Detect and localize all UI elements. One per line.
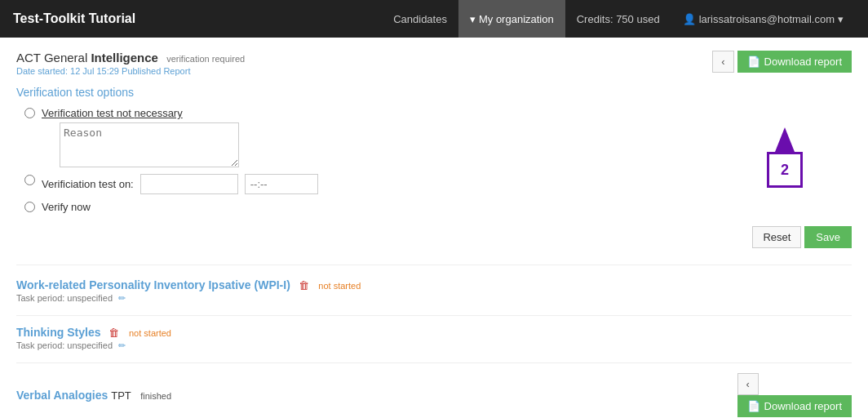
main-content: ACT General Intelligence verification re… <box>0 38 868 418</box>
download-report-button-bottom[interactable]: 📄 Download report <box>737 395 852 417</box>
radio-item-not-necessary: Verification test not necessary <box>24 107 852 167</box>
nav-user[interactable]: 👤 larissatroisans@hotmail.com ▾ <box>671 13 855 25</box>
download-report-button[interactable]: 📄 Download report <box>737 51 852 73</box>
test-subtitle-thinking: Task period: unspecified ✏ <box>16 340 852 351</box>
radio-label-test-on: Verificiation test on: <box>42 178 134 190</box>
test-name-thinking: Thinking Styles <box>16 326 104 339</box>
reset-button[interactable]: Reset <box>752 226 801 248</box>
annotation-box: 2 <box>767 152 803 188</box>
navbar-links: Candidates ▾ My organization Credits: 75… <box>382 0 855 38</box>
test-name-verbal: Verbal Analogies <box>16 389 111 402</box>
nav-my-organization[interactable]: ▾ My organization <box>458 0 565 38</box>
radio-label-not-necessary: Verification test not necessary <box>42 107 183 119</box>
radio-label-verify-now: Verify now <box>42 201 91 213</box>
verification-time-input[interactable] <box>245 174 318 194</box>
status-badge-verbal: finished <box>140 391 171 401</box>
section-title: ACT General Intelligence verification re… <box>16 51 245 64</box>
radio-item-verify-now: Verify now <box>24 201 852 213</box>
edit-icon-thinking[interactable]: ✏ <box>118 340 126 350</box>
trash-icon-wpi[interactable]: 🗑 <box>299 279 309 291</box>
test-item-thinking: Thinking Styles 🗑 not started Task perio… <box>16 315 852 351</box>
navbar: Test-Toolkit Tutorial Candidates ▾ My or… <box>0 0 868 38</box>
verification-date-input[interactable] <box>140 174 238 194</box>
test-item-header-3: Verbal Analogies TPT finished ‹ 📄 Downlo… <box>16 373 852 417</box>
divider <box>16 265 852 265</box>
radio-item-test-on: Verificiation test on: <box>24 174 852 194</box>
download-icon-bottom: 📄 <box>747 400 760 412</box>
test-item-wpi: Work-related Personality Inventory Ipsat… <box>16 269 852 304</box>
test-item-header-2: Thinking Styles 🗑 not started <box>16 326 852 339</box>
test-item-header: Work-related Personality Inventory Ipsat… <box>16 278 852 291</box>
verification-title: Verification test options <box>16 86 852 99</box>
reason-textarea[interactable] <box>60 122 239 167</box>
title-bold: Intelligence <box>91 51 158 64</box>
nav-credits: Credits: 750 used <box>565 13 671 25</box>
title-prefix: ACT General <box>16 51 87 64</box>
section-header: ACT General Intelligence verification re… <box>16 51 852 76</box>
back-button[interactable]: ‹ <box>712 51 733 73</box>
edit-icon-wpi[interactable]: ✏ <box>118 293 126 303</box>
verification-badge: verification required <box>166 54 245 64</box>
section-subtitle: Date started: 12 Jul 15:29 Published Rep… <box>16 66 245 76</box>
test-subtitle-wpi: Task period: unspecified ✏ <box>16 293 852 304</box>
save-button[interactable]: Save <box>804 226 852 248</box>
section-info: ACT General Intelligence verification re… <box>16 51 245 76</box>
radio-group: Verification test not necessary Verifici… <box>24 107 852 213</box>
test-name-suffix-verbal: TPT <box>111 389 131 402</box>
test-name-wpi: Work-related Personality Inventory Ipsat… <box>16 278 294 291</box>
test-item-verbal: Verbal Analogies TPT finished ‹ 📄 Downlo… <box>16 362 852 418</box>
status-badge-thinking: not started <box>129 328 171 338</box>
verification-section: Verification test options Verification t… <box>16 86 852 213</box>
brand: Test-Toolkit Tutorial <box>13 11 382 26</box>
annotation-container: 2 <box>767 127 803 188</box>
back-button-bottom[interactable]: ‹ <box>737 373 759 395</box>
status-badge-wpi: not started <box>318 281 361 291</box>
radio-test-on[interactable] <box>24 175 35 185</box>
arrow-up-icon <box>775 127 795 152</box>
download-icon: 📄 <box>747 56 760 68</box>
action-buttons: Reset Save <box>16 226 852 248</box>
trash-icon-thinking[interactable]: 🗑 <box>108 327 119 339</box>
header-buttons: ‹ 📄 Download report <box>712 51 852 73</box>
test-list: Work-related Personality Inventory Ipsat… <box>16 269 852 418</box>
nav-candidates[interactable]: Candidates <box>382 13 458 25</box>
radio-verify-now[interactable] <box>24 202 35 212</box>
radio-not-necessary[interactable] <box>24 108 35 118</box>
